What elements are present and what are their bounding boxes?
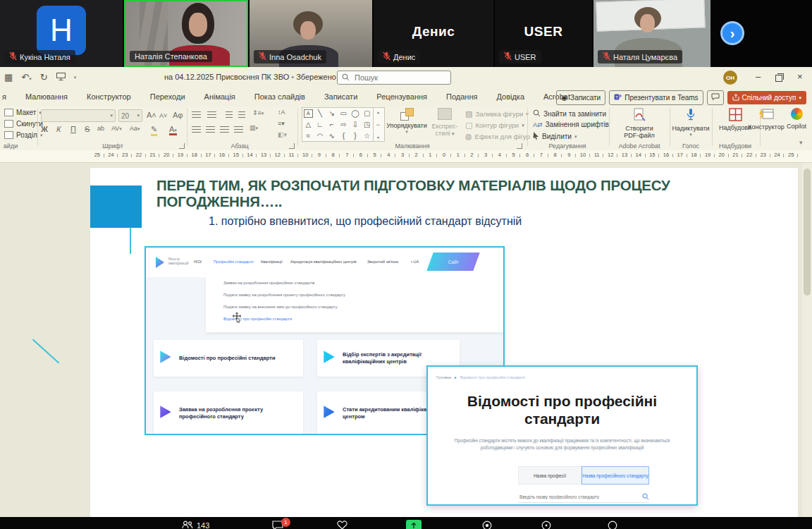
tab-animations[interactable]: Анімація — [204, 92, 235, 101]
align-left-icon[interactable] — [192, 126, 201, 133]
tab-drawing[interactable]: Малювання — [25, 92, 68, 101]
shape-arrow-icon[interactable]: ↘ — [326, 108, 338, 119]
text-shadow-icon[interactable]: ab — [97, 125, 104, 132]
font-size-select[interactable]: 20▾ — [118, 109, 142, 122]
shape-right-brace-icon[interactable]: } — [350, 130, 362, 141]
shape-fill-button[interactable]: ▨Заливка фігури▾ — [465, 109, 529, 118]
align-center-icon[interactable] — [206, 126, 215, 133]
font-color-icon[interactable]: А▾ — [169, 125, 177, 135]
next-participants-button[interactable]: › — [720, 21, 744, 45]
account-avatar[interactable]: ОН — [723, 71, 737, 85]
shape-arc-icon[interactable]: ◠ — [314, 130, 326, 141]
close-button[interactable]: × — [797, 71, 803, 82]
shape-line-icon[interactable]: ╲ — [314, 108, 326, 119]
scrollbar-thumb[interactable] — [804, 169, 811, 296]
tab-profession-name[interactable]: Назва професії — [518, 466, 582, 485]
comments-button[interactable] — [707, 90, 724, 105]
increase-font-icon[interactable]: A˄ — [147, 111, 156, 119]
collapse-ribbon-icon[interactable]: ▾ — [799, 139, 803, 146]
tab-slideshow[interactable]: Показ слайдів — [254, 92, 305, 101]
search-icon[interactable] — [642, 490, 649, 503]
standard-search-field[interactable] — [518, 491, 649, 503]
menu-item[interactable]: Подати заявку на внесення змін до профес… — [223, 305, 338, 309]
drawing-dialog-launcher[interactable] — [517, 143, 522, 149]
slide-blue-rectangle[interactable] — [90, 186, 142, 228]
nav-language[interactable]: • UA — [411, 260, 419, 264]
tab-fragment[interactable]: я — [2, 92, 6, 101]
replace-fonts-button[interactable]: A⇄ Замінення шрифтів — [533, 121, 609, 128]
increase-indent-icon[interactable] — [238, 111, 245, 118]
nav-nsk[interactable]: НСК — [194, 260, 202, 264]
redo-icon[interactable]: ↻ — [40, 72, 48, 83]
start-slideshow-icon[interactable] — [56, 72, 66, 83]
participant-tile[interactable]: Inna Osadchuk — [250, 0, 372, 67]
shape-left-brace-icon[interactable]: { — [338, 130, 350, 141]
slide-canvas[interactable]: ПЕРЕД ТИМ, ЯК РОЗПОЧАТИ ПІДГОТОВКУ МАТЕР… — [0, 163, 812, 517]
restore-button[interactable] — [775, 73, 782, 84]
font-dialog-launcher[interactable] — [179, 143, 185, 149]
shape-down-arrow-icon[interactable]: ⇩ — [350, 119, 362, 130]
change-case-icon[interactable]: Aa▾ — [130, 125, 140, 132]
share-screen-button[interactable] — [406, 520, 422, 529]
shape-right-arrow-icon[interactable]: ⇨ — [338, 119, 350, 130]
align-text-icon[interactable]: ≡▾ — [278, 120, 285, 127]
shape-effects-button[interactable]: ◍Ефекти для фігур▾ — [465, 132, 535, 141]
standards-page-screenshot[interactable]: Головна ▸ Відомості про професійні станд… — [426, 365, 698, 506]
justify-icon[interactable] — [234, 126, 243, 133]
shape-curved-connector-icon[interactable]: ⌐ — [326, 119, 338, 130]
share-button[interactable]: Спільний доступ ▾ — [727, 91, 806, 104]
customize-qat-icon[interactable]: ▾ — [74, 75, 77, 80]
line-spacing-icon[interactable]: ⇕≡▾ — [252, 109, 264, 116]
quick-styles-button[interactable]: Експрес- стилі ▾ — [429, 108, 461, 137]
present-in-teams-button[interactable]: T Презентувати в Teams — [609, 90, 703, 105]
arrange-button[interactable]: Упорядкувати ▾ — [386, 108, 427, 135]
designer-button[interactable]: Конструктор — [746, 108, 787, 130]
nav-accreditation[interactable]: Акредитація кваліфікаційних центрів — [290, 260, 357, 264]
text-direction-icon[interactable]: ↕A — [278, 109, 285, 116]
site-button[interactable]: Сайт — [426, 253, 479, 271]
shape-rounded-rectangle-icon[interactable]: ▢ — [361, 108, 373, 119]
bold-button[interactable]: Ж — [41, 125, 48, 133]
standard-search-input[interactable] — [518, 494, 634, 500]
create-pdf-button[interactable]: Створити PDF-файл — [612, 108, 667, 139]
menu-item[interactable]: Подати заявку на розроблення проекту про… — [223, 293, 345, 297]
participant-tile[interactable]: USER USER — [495, 0, 592, 67]
font-name-select[interactable]: ▾ — [41, 109, 116, 122]
find-replace-button[interactable]: Знайти та замінити — [533, 109, 606, 118]
clear-formatting-icon[interactable]: Aφ — [173, 111, 183, 119]
vertical-scrollbar[interactable] — [802, 163, 812, 517]
participant-tile-active-speaker[interactable]: Наталія Степанкова — [124, 0, 248, 67]
tab-design[interactable]: Конструктор — [87, 92, 131, 101]
slide-subtitle[interactable]: 1. потрібно впевнитися, що професійний с… — [209, 215, 522, 228]
chat-button[interactable]: 1 — [272, 521, 283, 529]
shape-star-icon[interactable]: ☆ — [361, 130, 373, 141]
tab-help[interactable]: Довідка — [496, 92, 524, 101]
slide-title[interactable]: ПЕРЕД ТИМ, ЯК РОЗПОЧАТИ ПІДГОТОВКУ МАТЕР… — [156, 177, 685, 209]
shape-triangle-icon[interactable]: △ — [302, 119, 314, 130]
tab-review[interactable]: Рецензування — [376, 92, 427, 101]
paragraph-dialog-launcher[interactable] — [289, 143, 295, 149]
tab-record[interactable]: Записати — [324, 92, 357, 101]
apps-button[interactable] — [541, 521, 551, 529]
more-button[interactable] — [608, 521, 617, 529]
minimize-button[interactable]: – — [756, 71, 761, 82]
shape-elbow-connector-icon[interactable]: ∟ — [314, 119, 326, 130]
nav-feedback[interactable]: Зворотній зв'язок — [367, 260, 398, 264]
nav-qualifications[interactable]: Кваліфікації — [261, 260, 283, 264]
shape-curve-icon[interactable]: ∿ — [326, 130, 338, 141]
bullets-icon[interactable] — [192, 111, 201, 118]
shape-rectangle-icon[interactable]: ▭ — [338, 108, 350, 119]
participant-tile[interactable]: Денис Денис — [374, 0, 493, 67]
decrease-font-icon[interactable]: A˅ — [159, 112, 167, 119]
participant-tile[interactable]: Наталя Цумарєва — [593, 0, 710, 67]
columns-icon[interactable]: ▥▾ — [250, 124, 258, 131]
copilot-button[interactable]: Copilot — [784, 108, 809, 130]
card-standard-project-request[interactable]: Заявка на розроблення проекту професійно… — [154, 391, 303, 435]
reactions-button[interactable] — [337, 521, 347, 529]
tab-view[interactable]: Подання — [446, 92, 477, 101]
layout-button[interactable]: Макет▾ — [4, 109, 42, 116]
autosave-icon[interactable]: ▦ — [4, 72, 13, 83]
underline-button[interactable]: П — [70, 125, 76, 133]
italic-button[interactable]: К — [56, 125, 61, 133]
shape-textbox-icon[interactable]: A — [304, 109, 313, 118]
